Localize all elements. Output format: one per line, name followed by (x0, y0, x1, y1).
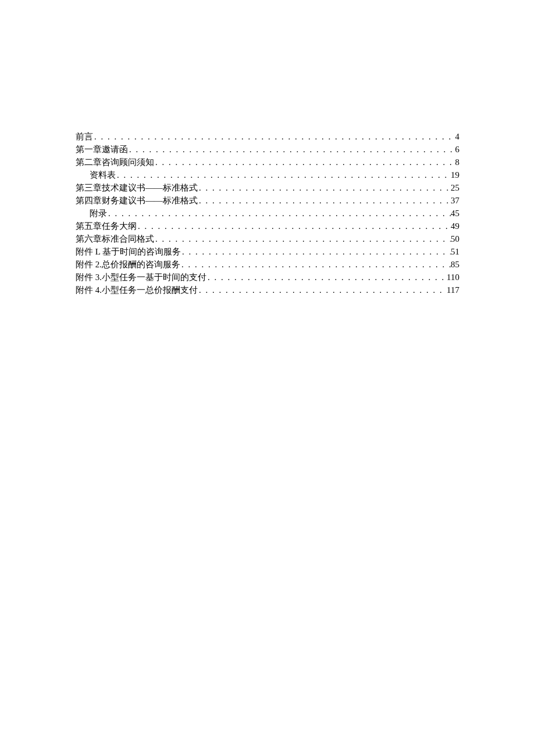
toc-entry: 第五章任务大纲 49 (76, 220, 459, 232)
toc-leader-dots (154, 233, 451, 245)
toc-title: 前言 (76, 131, 93, 143)
toc-leader-dots (154, 156, 455, 169)
toc-entry: 附件 L 基于时间的咨询服务 51 (76, 246, 459, 258)
toc-entry: 第四章财务建议书——标准格式 37 (76, 195, 459, 207)
toc-page-number: 8 (455, 156, 460, 169)
toc-leader-dots (206, 271, 447, 284)
toc-entry: 第二章咨询顾问须知 8 (76, 156, 459, 169)
toc-page-number: 19 (451, 169, 459, 181)
toc-leader-dots (180, 259, 451, 271)
toc-page-number: 4 (455, 131, 460, 143)
toc-leader-dots (107, 207, 451, 220)
toc-entry: 资料表 19 (76, 169, 459, 181)
toc-leader-dots (198, 195, 451, 207)
toc-page-number: 51 (451, 246, 459, 258)
toc-leader-dots (137, 220, 451, 232)
toc-entry: 第六章标准合同格式 50 (76, 233, 459, 245)
toc-entry: 附录 45 (76, 207, 459, 220)
toc-entry: 附件 4.小型任务一总价报酬支付 117 (76, 284, 459, 296)
toc-entry: 附件 3.小型任务一基于时间的支付 110 (76, 271, 459, 284)
toc-leader-dots (116, 169, 451, 181)
toc-title: 附录 (90, 207, 107, 220)
toc-leader-dots (198, 182, 451, 194)
toc-page-number: 50 (451, 233, 459, 245)
toc-title: 第四章财务建议书——标准格式 (76, 195, 198, 207)
toc-page-number: 85 (451, 259, 459, 271)
toc-title: 第六章标准合同格式 (76, 233, 154, 245)
toc-title: 附件 L 基于时间的咨询服务 (76, 246, 181, 258)
toc-page-number: 6 (455, 144, 460, 156)
toc-title: 附件 3.小型任务一基于时间的支付 (76, 271, 206, 284)
toc-leader-dots (128, 144, 455, 156)
toc-title: 附件 4.小型任务一总价报酬支付 (76, 284, 198, 296)
table-of-contents: 前言 4 第一章邀请函 6 第二章咨询顾问须知 8 资料表 19 第三章技术建议… (76, 131, 459, 296)
toc-entry: 附件 2.总价报酬的咨询服务 85 (76, 259, 459, 271)
toc-title: 第三章技术建议书——标准格式 (76, 182, 198, 194)
toc-entry: 第一章邀请函 6 (76, 144, 459, 156)
toc-page-number: 25 (451, 182, 459, 194)
toc-leader-dots (181, 246, 451, 258)
toc-page-number: 45 (451, 207, 459, 220)
toc-title: 附件 2.总价报酬的咨询服务 (76, 259, 180, 271)
toc-page-number: 110 (447, 271, 459, 284)
toc-leader-dots (93, 131, 455, 143)
toc-leader-dots (198, 284, 447, 296)
toc-title: 第五章任务大纲 (76, 220, 137, 232)
toc-title: 第一章邀请函 (76, 144, 128, 156)
toc-entry: 前言 4 (76, 131, 459, 143)
toc-page-number: 49 (451, 220, 459, 232)
toc-entry: 第三章技术建议书——标准格式 25 (76, 182, 459, 194)
toc-page-number: 117 (447, 284, 459, 296)
toc-title: 资料表 (90, 169, 116, 181)
toc-page-number: 37 (451, 195, 459, 207)
toc-title: 第二章咨询顾问须知 (76, 156, 154, 169)
